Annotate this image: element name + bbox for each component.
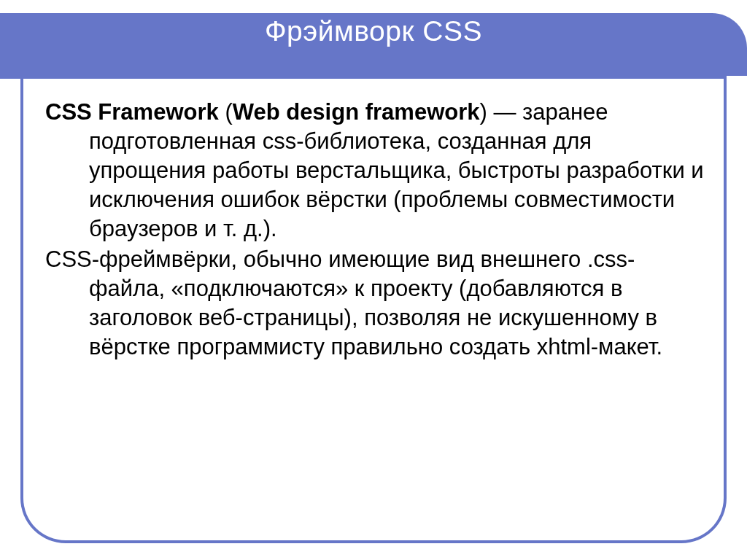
term-web-design-framework: Web design framework <box>233 99 480 125</box>
open-paren: ( <box>219 99 233 125</box>
slide-title: Фрэймворк CSS <box>0 0 747 63</box>
paragraph-2: CSS-фреймвёрки, обычно имеющие вид внешн… <box>45 245 708 362</box>
slide-title-text: Фрэймворк CSS <box>265 15 482 47</box>
term-css-framework: CSS Framework <box>45 99 219 125</box>
paragraph-1: CSS Framework (Web design framework) — з… <box>45 98 708 244</box>
slide-body: CSS Framework (Web design framework) — з… <box>45 98 708 363</box>
